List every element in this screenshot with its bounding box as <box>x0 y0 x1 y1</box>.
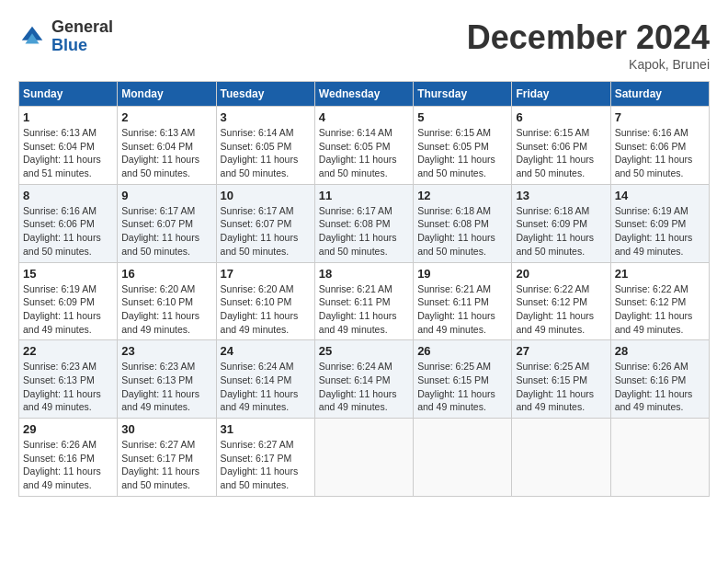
table-row: 18 Sunrise: 6:21 AMSunset: 6:11 PMDaylig… <box>314 262 413 340</box>
day-info: Sunrise: 6:19 AMSunset: 6:09 PMDaylight:… <box>615 204 705 259</box>
day-number: 18 <box>319 267 409 281</box>
day-info: Sunrise: 6:17 AMSunset: 6:07 PMDaylight:… <box>221 204 311 259</box>
table-row: 12 Sunrise: 6:18 AMSunset: 6:08 PMDaylig… <box>414 184 512 262</box>
col-saturday: Saturday <box>610 82 709 107</box>
day-info: Sunrise: 6:17 AMSunset: 6:08 PMDaylight:… <box>319 204 409 259</box>
day-number: 17 <box>221 267 311 281</box>
table-row: 25 Sunrise: 6:24 AMSunset: 6:14 PMDaylig… <box>314 340 413 419</box>
table-row: 22 Sunrise: 6:23 AMSunset: 6:13 PMDaylig… <box>19 340 118 419</box>
table-row: 24 Sunrise: 6:24 AMSunset: 6:14 PMDaylig… <box>216 340 314 419</box>
col-friday: Friday <box>512 82 610 107</box>
day-number: 5 <box>417 110 507 124</box>
day-info: Sunrise: 6:17 AMSunset: 6:07 PMDaylight:… <box>121 204 211 259</box>
table-row: 10 Sunrise: 6:17 AMSunset: 6:07 PMDaylig… <box>216 184 314 262</box>
table-row: 17 Sunrise: 6:20 AMSunset: 6:10 PMDaylig… <box>216 262 314 340</box>
col-sunday: Sunday <box>19 82 118 107</box>
table-row: 1 Sunrise: 6:13 AMSunset: 6:04 PMDayligh… <box>19 107 118 185</box>
logo-icon <box>18 23 46 51</box>
day-number: 20 <box>516 267 606 281</box>
day-info: Sunrise: 6:16 AMSunset: 6:06 PMDaylight:… <box>615 126 705 180</box>
calendar-row: 8 Sunrise: 6:16 AMSunset: 6:06 PMDayligh… <box>19 184 710 262</box>
table-row: 4 Sunrise: 6:14 AMSunset: 6:05 PMDayligh… <box>314 107 413 185</box>
table-row: 11 Sunrise: 6:17 AMSunset: 6:08 PMDaylig… <box>314 184 413 262</box>
table-row: 7 Sunrise: 6:16 AMSunset: 6:06 PMDayligh… <box>610 107 709 185</box>
empty-cell <box>512 419 610 497</box>
day-info: Sunrise: 6:18 AMSunset: 6:09 PMDaylight:… <box>516 204 606 259</box>
table-row: 14 Sunrise: 6:19 AMSunset: 6:09 PMDaylig… <box>610 184 709 262</box>
table-row: 15 Sunrise: 6:19 AMSunset: 6:09 PMDaylig… <box>19 262 118 340</box>
day-info: Sunrise: 6:22 AMSunset: 6:12 PMDaylight:… <box>615 282 705 337</box>
empty-cell <box>414 419 512 497</box>
table-row: 16 Sunrise: 6:20 AMSunset: 6:10 PMDaylig… <box>118 262 216 340</box>
day-number: 14 <box>615 189 705 202</box>
table-row: 13 Sunrise: 6:18 AMSunset: 6:09 PMDaylig… <box>512 184 610 262</box>
day-number: 4 <box>319 110 409 124</box>
table-row: 30 Sunrise: 6:27 AMSunset: 6:17 PMDaylig… <box>118 419 216 497</box>
day-info: Sunrise: 6:16 AMSunset: 6:06 PMDaylight:… <box>23 204 113 259</box>
day-number: 15 <box>23 267 113 281</box>
day-number: 11 <box>319 189 409 202</box>
day-info: Sunrise: 6:23 AMSunset: 6:13 PMDaylight:… <box>23 360 113 414</box>
table-row: 29 Sunrise: 6:26 AMSunset: 6:16 PMDaylig… <box>19 419 118 497</box>
day-number: 3 <box>221 110 311 124</box>
page-header: General Blue December 2024 Kapok, Brunei <box>18 18 710 72</box>
day-info: Sunrise: 6:13 AMSunset: 6:04 PMDaylight:… <box>121 126 211 180</box>
calendar-row: 1 Sunrise: 6:13 AMSunset: 6:04 PMDayligh… <box>19 107 710 185</box>
day-info: Sunrise: 6:21 AMSunset: 6:11 PMDaylight:… <box>319 282 409 337</box>
day-number: 13 <box>516 189 606 202</box>
calendar-row: 15 Sunrise: 6:19 AMSunset: 6:09 PMDaylig… <box>19 262 710 340</box>
table-row: 3 Sunrise: 6:14 AMSunset: 6:05 PMDayligh… <box>216 107 314 185</box>
day-info: Sunrise: 6:25 AMSunset: 6:15 PMDaylight:… <box>417 360 507 414</box>
col-monday: Monday <box>118 82 216 107</box>
logo: General Blue <box>18 18 113 55</box>
calendar-table: Sunday Monday Tuesday Wednesday Thursday… <box>18 81 710 497</box>
table-row: 6 Sunrise: 6:15 AMSunset: 6:06 PMDayligh… <box>512 107 610 185</box>
empty-cell <box>610 419 709 497</box>
day-number: 2 <box>121 110 211 124</box>
day-number: 30 <box>121 422 211 436</box>
day-info: Sunrise: 6:21 AMSunset: 6:11 PMDaylight:… <box>417 282 507 337</box>
day-info: Sunrise: 6:24 AMSunset: 6:14 PMDaylight:… <box>221 360 311 414</box>
empty-cell <box>314 419 413 497</box>
day-number: 23 <box>121 344 211 358</box>
day-info: Sunrise: 6:20 AMSunset: 6:10 PMDaylight:… <box>121 282 211 337</box>
location-subtitle: Kapok, Brunei <box>467 57 710 72</box>
day-info: Sunrise: 6:14 AMSunset: 6:05 PMDaylight:… <box>221 126 311 180</box>
day-number: 9 <box>121 189 211 202</box>
day-info: Sunrise: 6:26 AMSunset: 6:16 PMDaylight:… <box>615 360 705 414</box>
day-number: 22 <box>23 344 113 358</box>
day-info: Sunrise: 6:14 AMSunset: 6:05 PMDaylight:… <box>319 126 409 180</box>
day-info: Sunrise: 6:27 AMSunset: 6:17 PMDaylight:… <box>121 438 211 492</box>
day-info: Sunrise: 6:15 AMSunset: 6:05 PMDaylight:… <box>417 126 507 180</box>
table-row: 20 Sunrise: 6:22 AMSunset: 6:12 PMDaylig… <box>512 262 610 340</box>
table-row: 28 Sunrise: 6:26 AMSunset: 6:16 PMDaylig… <box>610 340 709 419</box>
calendar-row: 29 Sunrise: 6:26 AMSunset: 6:16 PMDaylig… <box>19 419 710 497</box>
day-number: 26 <box>417 344 507 358</box>
day-number: 28 <box>615 344 705 358</box>
table-row: 21 Sunrise: 6:22 AMSunset: 6:12 PMDaylig… <box>610 262 709 340</box>
day-number: 24 <box>221 344 311 358</box>
day-number: 19 <box>417 267 507 281</box>
day-number: 10 <box>221 189 311 202</box>
day-number: 1 <box>23 110 113 124</box>
table-row: 26 Sunrise: 6:25 AMSunset: 6:15 PMDaylig… <box>414 340 512 419</box>
col-tuesday: Tuesday <box>216 82 314 107</box>
day-number: 25 <box>319 344 409 358</box>
table-row: 2 Sunrise: 6:13 AMSunset: 6:04 PMDayligh… <box>118 107 216 185</box>
day-info: Sunrise: 6:24 AMSunset: 6:14 PMDaylight:… <box>319 360 409 414</box>
table-row: 27 Sunrise: 6:25 AMSunset: 6:15 PMDaylig… <box>512 340 610 419</box>
day-info: Sunrise: 6:15 AMSunset: 6:06 PMDaylight:… <box>516 126 606 180</box>
logo-text: General Blue <box>51 18 113 55</box>
day-number: 29 <box>23 422 113 436</box>
table-row: 23 Sunrise: 6:23 AMSunset: 6:13 PMDaylig… <box>118 340 216 419</box>
day-number: 21 <box>615 267 705 281</box>
calendar-header-row: Sunday Monday Tuesday Wednesday Thursday… <box>19 82 710 107</box>
day-info: Sunrise: 6:23 AMSunset: 6:13 PMDaylight:… <box>121 360 211 414</box>
logo-blue: Blue <box>51 37 113 55</box>
col-wednesday: Wednesday <box>314 82 413 107</box>
table-row: 5 Sunrise: 6:15 AMSunset: 6:05 PMDayligh… <box>414 107 512 185</box>
table-row: 31 Sunrise: 6:27 AMSunset: 6:17 PMDaylig… <box>216 419 314 497</box>
logo-general: General <box>51 18 113 37</box>
day-number: 8 <box>23 189 113 202</box>
day-number: 16 <box>121 267 211 281</box>
